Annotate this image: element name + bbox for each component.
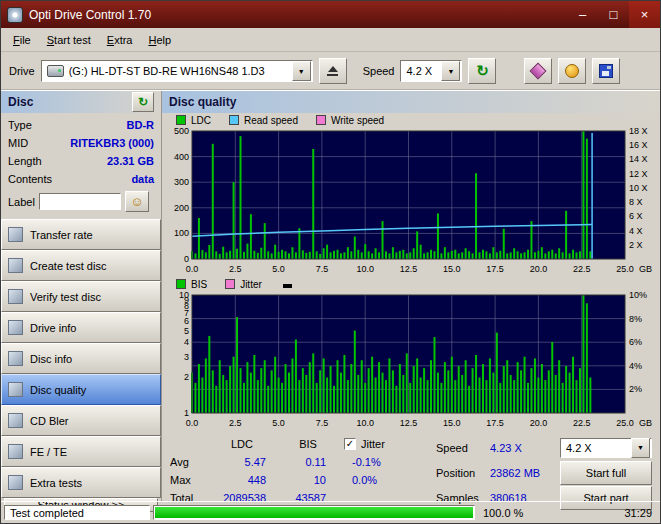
svg-text:10 X: 10 X (629, 183, 648, 193)
svg-text:2 X: 2 X (629, 240, 643, 250)
drive-select[interactable]: (G:) HL-DT-ST BD-RE WH16NS48 1.D3 ▼ (41, 60, 313, 82)
sidebar-item-verify-test-disc[interactable]: Verify test disc (1, 281, 161, 312)
svg-text:12.5: 12.5 (400, 264, 418, 274)
refresh-disc-button[interactable]: ↻ (132, 92, 154, 112)
svg-text:5.0: 5.0 (272, 418, 285, 428)
speed-select[interactable]: 4.2 X ▼ (400, 60, 462, 82)
bis-chart-wrap: 123456789102%4%6%8%10%0.02.55.07.510.012… (162, 291, 660, 431)
svg-text:12 X: 12 X (629, 169, 648, 179)
disc-type-row: Type BD-R (1, 116, 161, 134)
close-button[interactable]: × (629, 1, 660, 28)
jitter-checkbox[interactable]: ✓ (344, 438, 356, 450)
max-bis-value: 10 (278, 474, 338, 486)
svg-text:300: 300 (174, 177, 189, 187)
maximize-button[interactable]: □ (598, 1, 629, 28)
disc-mid-row: MID RITEKBR3 (000) (1, 134, 161, 152)
disc-mid-value: RITEKBR3 (000) (70, 137, 154, 149)
page-title: Disc quality (169, 95, 236, 109)
refresh-disc-icon: ↻ (138, 95, 148, 109)
svg-text:GB: GB (639, 418, 652, 428)
elapsed-time: 31:29 (607, 505, 657, 520)
test-controls: Speed 4.23 X 4.2 X ▼ Position 23862 MB S… (436, 435, 654, 510)
verify-test-disc-icon (8, 289, 23, 304)
disc-contents-label: Contents (8, 173, 52, 185)
svg-text:15.0: 15.0 (443, 418, 461, 428)
row-label-max: Max (170, 474, 206, 486)
speed-result-value: 4.23 X (490, 442, 556, 454)
disc-label-smiley-button[interactable]: ☺ (125, 191, 149, 212)
svg-text:2%: 2% (629, 384, 642, 394)
sidebar-item-drive-info[interactable]: Drive info (1, 312, 161, 343)
menu-start-test[interactable]: Start test (39, 31, 99, 49)
speed-result-label: Speed (436, 442, 486, 454)
disc-mid-label: MID (8, 137, 28, 149)
create-test-disc-icon (8, 258, 23, 273)
menu-extra[interactable]: Extra (99, 31, 141, 49)
transfer-rate-icon (8, 227, 23, 242)
erase-disc-button[interactable] (524, 58, 552, 84)
svg-text:0.0: 0.0 (186, 264, 199, 274)
sidebar-item-extra-tests[interactable]: Extra tests (1, 467, 161, 498)
svg-text:17.5: 17.5 (486, 264, 504, 274)
eject-icon (328, 66, 338, 72)
legend-label-write-speed: Write speed (331, 115, 384, 126)
bis-swatch (176, 279, 186, 289)
avg-ldc-value: 5.47 (206, 456, 278, 468)
eject-button[interactable] (319, 58, 347, 84)
save-button[interactable] (592, 58, 620, 84)
menu-help[interactable]: Help (140, 31, 179, 49)
start-full-button[interactable]: Start full (560, 461, 652, 485)
disc-contents-row: Contents data (1, 170, 161, 188)
sidebar: Disc ↻ Type BD-R MID RITEKBR3 (000) Leng… (1, 91, 162, 501)
sidebar-item-disc-quality[interactable]: Disc quality (1, 374, 161, 405)
sidebar-item-cd-bler[interactable]: CD Bler (1, 405, 161, 436)
disc-info-icon (8, 351, 23, 366)
app-icon (7, 7, 23, 23)
minimize-button[interactable]: – (567, 1, 598, 28)
legend-label-jitter: Jitter (240, 279, 262, 290)
fe-te-icon (8, 444, 23, 459)
svg-text:6 X: 6 X (629, 211, 643, 221)
svg-text:4: 4 (184, 337, 189, 347)
disc-quality-icon (8, 382, 23, 397)
col-header-ldc: LDC (206, 438, 278, 450)
disc-info-area: Type BD-R MID RITEKBR3 (000) Length 23.3… (1, 113, 161, 219)
speed-select-arrow-icon[interactable]: ▼ (441, 61, 460, 81)
position-marker-icon (283, 284, 292, 288)
sidebar-item-fe-te[interactable]: FE / TE (1, 436, 161, 467)
avg-jitter-value: -0.1% (338, 456, 414, 468)
svg-text:10.0: 10.0 (356, 418, 374, 428)
disc-length-row: Length 23.31 GB (1, 152, 161, 170)
svg-text:7.5: 7.5 (316, 418, 329, 428)
disc-contents-value[interactable]: data (131, 173, 154, 185)
col-header-bis: BIS (278, 438, 338, 450)
disc-panel-header: Disc ↻ (1, 91, 161, 113)
svg-text:3: 3 (184, 352, 189, 362)
disc-label-input[interactable] (39, 193, 121, 210)
svg-text:2.5: 2.5 (229, 418, 242, 428)
disc-panel-title: Disc (8, 95, 33, 109)
sidebar-item-transfer-rate[interactable]: Transfer rate (1, 219, 161, 250)
window-title: Opti Drive Control 1.70 (29, 8, 151, 22)
svg-text:0.0: 0.0 (186, 418, 199, 428)
test-speed-arrow-icon[interactable]: ▼ (631, 438, 650, 458)
svg-text:12.5: 12.5 (400, 418, 418, 428)
drive-select-arrow-icon[interactable]: ▼ (292, 61, 311, 81)
disc-type-value: BD-R (127, 119, 155, 131)
drive-icon (47, 65, 64, 77)
menu-bar: File Start test Extra Help (1, 28, 660, 52)
legend-label-read-speed: Read speed (244, 115, 298, 126)
read-speed-swatch (229, 115, 239, 125)
svg-text:500: 500 (174, 127, 189, 136)
menu-file[interactable]: File (5, 31, 39, 49)
svg-text:22.5: 22.5 (573, 418, 591, 428)
bis-jitter-chart: 123456789102%4%6%8%10%0.02.55.07.510.012… (164, 291, 661, 431)
sidebar-item-disc-info[interactable]: Disc info (1, 343, 161, 374)
options-button[interactable] (558, 58, 586, 84)
sidebar-item-create-test-disc[interactable]: Create test disc (1, 250, 161, 281)
test-speed-select[interactable]: 4.2 X ▼ (560, 438, 652, 458)
speed-label: Speed (363, 65, 395, 77)
extra-tests-icon (8, 475, 23, 490)
toolbar: Drive (G:) HL-DT-ST BD-RE WH16NS48 1.D3 … (1, 52, 660, 91)
refresh-speeds-button[interactable]: ↻ (468, 58, 496, 84)
